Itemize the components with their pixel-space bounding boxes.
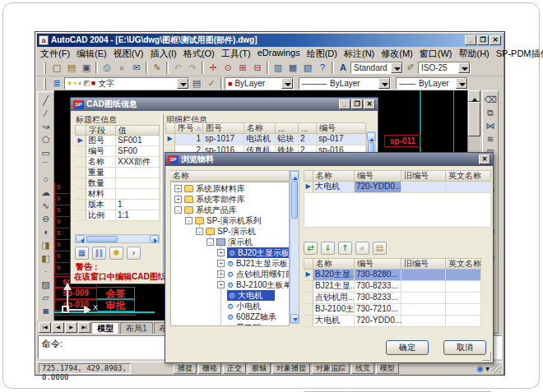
menu-view[interactable]: 视图(V) xyxy=(110,48,147,60)
scroll-up-icon[interactable] xyxy=(367,132,375,141)
table-row[interactable]: 版本 1 xyxy=(75,200,160,210)
text-style-icon[interactable]: A xyxy=(336,62,350,75)
col-name[interactable]: 名称 xyxy=(244,122,276,134)
dialog-close-button[interactable]: ✕ xyxy=(479,154,490,164)
menu-edit[interactable]: 编辑(E) xyxy=(73,48,110,60)
line-icon[interactable]: ╱ xyxy=(39,95,53,108)
panel-splitter[interactable] xyxy=(161,114,164,279)
tree-item-label[interactable]: BJ20主显示板 xyxy=(238,247,290,259)
col-code[interactable]: 编号 xyxy=(317,122,366,134)
layer-lock-icon[interactable]: ◐ xyxy=(78,78,82,89)
col-qty[interactable]: ... xyxy=(299,122,317,134)
tab-layout1[interactable]: 布局1 xyxy=(120,322,153,334)
dialog-title-bar[interactable]: SP CAD图纸信息 _❐✕ xyxy=(71,98,378,111)
point-icon[interactable]: · xyxy=(39,265,53,279)
table-row[interactable]: BJ21主显... 730-8233... xyxy=(304,281,481,293)
tree-item-label[interactable]: 大电机 xyxy=(238,290,262,302)
resize-grip[interactable] xyxy=(491,364,501,374)
menu-draw[interactable]: 绘图(D) xyxy=(304,48,341,60)
barcode-icon[interactable]: ∥∥ xyxy=(92,247,106,260)
table-row[interactable]: 比例 1:1 xyxy=(75,210,160,221)
lwt[interactable]: 线宽 xyxy=(351,363,374,374)
polar[interactable]: 极轴 xyxy=(248,363,271,374)
mirror-icon[interactable]: ⋈ xyxy=(484,120,497,133)
grid[interactable]: 栅格 xyxy=(198,363,221,374)
menu-sp-pdm[interactable]: SP-PDM插件(P) xyxy=(493,48,543,60)
table-row[interactable]: 重量 xyxy=(75,168,160,178)
table-row[interactable]: 编号 SF00 xyxy=(75,146,160,157)
more-icon[interactable]: › xyxy=(127,247,141,260)
col-old-code[interactable]: 旧编号 xyxy=(401,258,446,270)
tree-expand[interactable]: - xyxy=(196,228,203,235)
combo-arrow-icon[interactable] xyxy=(456,78,467,89)
layer-combo[interactable]: ●●◐◩■ 文字 xyxy=(64,77,189,90)
col-name[interactable]: 名称 xyxy=(313,258,355,270)
tree-expand[interactable]: + xyxy=(217,260,225,267)
zoom-window-icon[interactable]: ⊞ xyxy=(235,62,250,75)
toolbar-grip[interactable] xyxy=(44,78,46,90)
menu-modify[interactable]: 修改(M) xyxy=(378,48,416,60)
move-up-icon[interactable]: ⇑ xyxy=(338,242,352,255)
tree-item[interactable]: ⚙小电机 xyxy=(227,301,261,311)
restore-button[interactable]: ❐ xyxy=(477,35,489,45)
menu-file[interactable]: 文件(F) xyxy=(37,48,73,60)
tree-item-label[interactable]: 系统零部件库 xyxy=(196,194,245,205)
rectangle-icon[interactable]: ▭ xyxy=(39,147,53,160)
scroll-left-icon[interactable] xyxy=(76,235,85,242)
scroll-right-icon[interactable] xyxy=(150,235,159,242)
value-cell[interactable]: 1:1 xyxy=(116,210,160,221)
tree-vscrollbar[interactable] xyxy=(290,170,299,324)
open-file-icon[interactable]: ▤ xyxy=(64,62,79,75)
col-english-name[interactable]: 英文名称 xyxy=(446,170,491,182)
col-material[interactable]: ... xyxy=(276,122,299,134)
tree-item-label[interactable]: 小电机 xyxy=(236,301,261,312)
move-down-icon[interactable]: ⇓ xyxy=(321,242,335,255)
offset-icon[interactable]: ≋ xyxy=(484,133,497,146)
copy-icon[interactable]: ⧉ xyxy=(484,107,497,120)
scrollbar-thumb[interactable] xyxy=(86,236,118,242)
image-icon[interactable]: ◙ xyxy=(39,305,53,318)
tree-expand[interactable]: + xyxy=(217,281,225,288)
menu-edrawings[interactable]: eDrawings xyxy=(254,48,304,60)
first-tab-button[interactable]: |◀ xyxy=(39,322,51,333)
col-field[interactable]: 字段 xyxy=(86,125,116,136)
tree-expand[interactable]: + xyxy=(174,196,182,203)
gear-add-icon[interactable]: ✱ xyxy=(109,247,123,260)
osnap[interactable]: 对象捕捉 xyxy=(272,363,310,374)
scrollbar-thumb[interactable] xyxy=(468,102,480,136)
ellipse-arc-icon[interactable]: ◖ xyxy=(39,226,53,239)
match-properties-icon[interactable]: ✎ xyxy=(150,62,165,75)
value-cell[interactable]: XXX部件 xyxy=(116,157,160,168)
col-value[interactable]: 值 xyxy=(116,125,160,136)
next-tab-button[interactable]: ▶ xyxy=(65,322,77,333)
table-row[interactable]: ▶ 大电机 720-YDD0... xyxy=(304,182,491,193)
erase-icon[interactable]: ⌫ xyxy=(484,94,497,107)
tree-item[interactable]: -SP-演示机系列 xyxy=(185,215,262,226)
col-english-name[interactable]: 英文名称 xyxy=(446,258,481,270)
ok-button[interactable]: 确定 xyxy=(386,340,429,355)
search-icon[interactable]: ⌕ xyxy=(355,242,369,255)
value-cell[interactable]: SF00 xyxy=(116,146,160,157)
tree-item-label[interactable]: 点钞机用螺钉部件 xyxy=(236,269,290,280)
cancel-button[interactable]: 取消 xyxy=(443,340,486,355)
layer-freeze-icon[interactable]: ● xyxy=(72,78,77,89)
scroll-up-icon[interactable] xyxy=(468,90,480,102)
tree-item-label[interactable]: 608ZZ轴承 xyxy=(236,311,276,323)
menu-dimension[interactable]: 标注(N) xyxy=(341,48,378,60)
table-row[interactable]: BJ-2100主... 730-7210... xyxy=(304,304,481,316)
last-tab-button[interactable]: ▶| xyxy=(78,322,90,333)
dim-style-combo[interactable]: ISO-25 xyxy=(418,62,471,74)
properties-icon[interactable]: ▥ xyxy=(271,62,285,75)
dim-style-icon[interactable]: ✐ xyxy=(403,62,418,75)
tree-item-label[interactable]: 系统产品库 xyxy=(196,205,237,216)
status-menu-arrow-icon[interactable]: ▾ xyxy=(485,364,490,373)
tree-item[interactable]: +系统零部件库 xyxy=(174,194,245,205)
snap[interactable]: 捕捉 xyxy=(174,363,197,374)
layer-on-icon[interactable]: ● xyxy=(67,78,72,89)
publish-icon[interactable]: ✉ xyxy=(129,62,144,75)
value-cell[interactable]: SF001 xyxy=(116,136,160,146)
table-row[interactable]: ▶ 1 sp-1017 电话机 铝块 2 sp-017 xyxy=(165,134,366,145)
dialog-minimize-button[interactable]: _ xyxy=(339,99,350,109)
polygon-icon[interactable]: ⬠ xyxy=(39,134,53,147)
col-seq[interactable]: 序号 △ xyxy=(175,122,203,134)
